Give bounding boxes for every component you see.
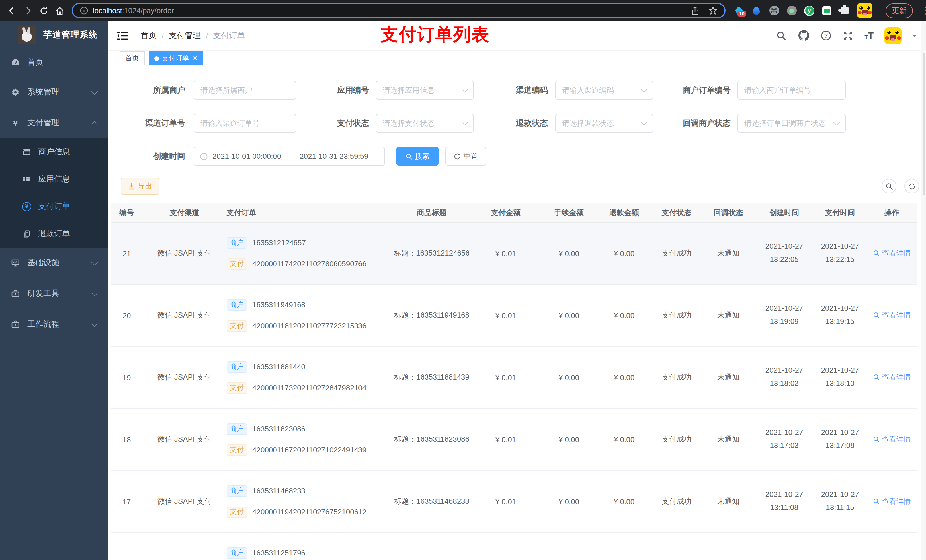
scrollbar-thumb[interactable] — [922, 53, 925, 195]
magnifier-icon — [873, 374, 880, 381]
filter-row-3: 创建时间 2021-10-01 00:00:00 - 2021-10-31 23… — [108, 147, 486, 166]
tab-home[interactable]: 首页 — [120, 51, 145, 65]
extension-y-icon[interactable]: y — [804, 5, 814, 16]
notify-status: 未通知 — [702, 347, 755, 408]
avatar-caret-icon[interactable] — [912, 35, 917, 39]
refund-status-select[interactable]: 请选择退款状态 — [555, 114, 653, 133]
channel-code-select[interactable]: 请输入渠道编码 — [555, 81, 653, 100]
callback-status-select[interactable]: 请选择订单回调商户状态 — [737, 114, 846, 133]
channel-order-no-input[interactable]: 请输入渠道订单号 — [194, 114, 296, 133]
fullscreen-icon[interactable] — [842, 30, 854, 41]
browser-update-button[interactable]: 更新 — [885, 3, 913, 18]
tab-pay-order[interactable]: 支付订单 ✕ — [149, 51, 203, 65]
browser-extensions-area: 10 ⌘ y 更新 — [734, 3, 926, 18]
browser-toolbar: localhost:1024/pay/order 10 ⌘ y — [0, 0, 926, 21]
view-detail-link[interactable]: 查看详情 — [873, 435, 911, 444]
sidebar-item-payment[interactable]: ¥ 支付管理 — [0, 107, 108, 138]
clock-icon — [200, 152, 208, 160]
chevron-down-icon — [91, 88, 98, 95]
view-detail-link[interactable]: 查看详情 — [873, 497, 911, 506]
view-detail-link[interactable]: 查看详情 — [873, 311, 911, 320]
pay-tag: 支付 — [227, 444, 247, 456]
sidebar-item-workflow[interactable]: 工作流程 — [0, 309, 108, 340]
app-no-select[interactable]: 请选择应用信息 — [376, 81, 474, 100]
monitor-icon — [10, 258, 21, 267]
sidebar-item-refund-order[interactable]: 退款订单 — [0, 220, 108, 248]
notify-status: 未通知 — [702, 471, 755, 532]
merchant-order-no: 1635312124657 — [252, 238, 306, 247]
search-button[interactable]: 搜索 — [396, 147, 439, 166]
chevron-down-icon — [461, 119, 468, 126]
sidebar-item-app-info[interactable]: 应用信息 — [0, 166, 108, 193]
pay-status: 支付成功 — [652, 347, 702, 408]
sidebar-item-dev-tools[interactable]: 研发工具 — [0, 278, 108, 309]
sidebar-item-merchant-info[interactable]: 商户信息 — [0, 138, 108, 166]
pay-status-select[interactable]: 请选择支付状态 — [376, 114, 474, 133]
document-copy-icon — [22, 229, 32, 238]
view-detail-link[interactable]: 查看详情 — [873, 373, 911, 382]
extension-diamond-icon[interactable]: 10 — [734, 5, 744, 16]
help-icon[interactable]: ? — [820, 30, 831, 41]
table-header-row: 编号 支付渠道 支付订单 商品标题 支付金额 手续金额 退款金额 支付状态 回调… — [111, 202, 917, 222]
refresh-icon[interactable] — [904, 179, 919, 193]
pay-tag: 支付 — [227, 506, 247, 518]
page-scrollbar[interactable] — [921, 21, 926, 560]
chevron-down-icon — [461, 86, 468, 93]
filter-label: 渠道订单号 — [108, 118, 185, 128]
close-icon[interactable]: ✕ — [192, 55, 198, 62]
github-icon[interactable] — [798, 30, 809, 41]
sidebar-item-pay-order[interactable]: ¥ 支付订单 — [0, 193, 108, 220]
extensions-puzzle-icon[interactable] — [840, 5, 850, 16]
filter-label: 回调商户状态 — [653, 118, 731, 128]
export-button[interactable]: 导出 — [121, 178, 159, 195]
bookmark-star-icon[interactable] — [708, 6, 717, 15]
pay-status — [652, 533, 702, 560]
table-row: 19 微信 JSAPI 支付 商户 1635311881440 支付 42000… — [111, 347, 917, 409]
sidebar-item-system[interactable]: 系统管理 — [0, 77, 108, 107]
table-toolbar — [882, 179, 919, 193]
extension-balloon-icon[interactable] — [751, 5, 761, 16]
sidebar-collapse-icon[interactable] — [117, 30, 128, 41]
extension-command-icon[interactable]: ⌘ — [769, 5, 779, 16]
notify-status: 未通知 — [702, 409, 755, 470]
url-text: localhost:1024/pay/order — [93, 6, 174, 15]
browser-home-button[interactable] — [53, 4, 66, 17]
app-logo[interactable]: 芋道管理系统 — [0, 21, 108, 48]
pay-tag: 支付 — [227, 258, 247, 269]
breadcrumb-home[interactable]: 首页 — [141, 30, 157, 41]
browser-forward-button[interactable] — [22, 4, 34, 17]
notify-status: 未通知 — [702, 285, 755, 346]
search-icon[interactable] — [776, 30, 787, 41]
address-bar[interactable]: localhost:1024/pay/order — [72, 3, 726, 18]
merchant-order-no: 1635311823086 — [252, 424, 305, 433]
filter-label: 创建时间 — [108, 151, 185, 162]
pay-status: 支付成功 — [652, 285, 702, 346]
site-info-icon[interactable] — [80, 6, 88, 15]
sidebar-item-infrastructure[interactable]: 基础设施 — [0, 248, 108, 278]
sidebar-item-home[interactable]: 首页 — [0, 48, 108, 77]
merchant-order-no: 1635311949168 — [252, 300, 305, 309]
browser-back-button[interactable] — [6, 4, 18, 17]
breadcrumb-payment[interactable]: 支付管理 — [169, 30, 201, 41]
merchant-order-no-input[interactable]: 请输入商户订单编号 — [737, 81, 846, 100]
magnifier-icon — [873, 498, 880, 505]
extension-chat-icon[interactable] — [822, 5, 832, 16]
show-search-icon[interactable] — [882, 179, 896, 193]
magnifier-icon — [873, 312, 880, 319]
chevron-up-icon — [91, 121, 98, 127]
owner-merchant-input[interactable]: 请选择所属商户 — [194, 81, 296, 100]
share-icon[interactable] — [691, 6, 699, 15]
browser-reload-button[interactable] — [38, 4, 50, 17]
extension-badge: 10 — [737, 11, 746, 17]
channel-pay-no: 4200001181202110277723215336 — [252, 322, 366, 330]
browser-profile-avatar[interactable] — [857, 3, 873, 18]
merchant-tag: 商户 — [227, 237, 247, 248]
reset-button[interactable]: 重置 — [445, 147, 486, 166]
svg-text:?: ? — [824, 32, 828, 39]
view-detail-link[interactable]: 查看详情 — [873, 248, 911, 258]
user-avatar[interactable] — [884, 27, 902, 44]
font-size-icon[interactable]: TT — [864, 31, 874, 40]
create-time-range-input[interactable]: 2021-10-01 00:00:00 - 2021-10-31 23:59:5… — [194, 147, 385, 166]
navbar-actions: ? TT — [776, 27, 926, 44]
extension-record-icon[interactable] — [787, 5, 797, 16]
